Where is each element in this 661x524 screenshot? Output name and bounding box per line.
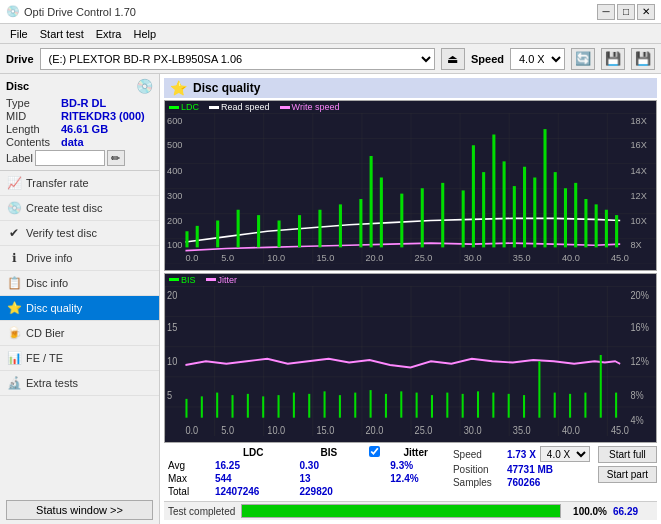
svg-rect-27 (257, 215, 260, 247)
nav-items: 📈 Transfer rate 💿 Create test disc ✔ Ver… (0, 171, 159, 396)
length-value: 46.61 GB (61, 123, 108, 135)
nav-transfer-rate-label: Transfer rate (26, 177, 89, 189)
svg-text:0.0: 0.0 (185, 424, 198, 436)
menu-extra[interactable]: Extra (90, 27, 128, 41)
left-panel: Disc 💿 Type BD-R DL MID RITEKDR3 (000) L… (0, 74, 160, 524)
svg-rect-43 (513, 186, 516, 247)
svg-rect-77 (231, 395, 233, 418)
burn-button[interactable]: 💾 (601, 48, 625, 70)
avg-row: Avg 16.25 0.30 9.3% (164, 459, 445, 472)
jitter-checkbox[interactable] (369, 446, 380, 457)
disc-contents-row: Contents data (6, 136, 153, 148)
stats-table: LDC BIS Jitter Avg 16.25 0.30 (164, 446, 445, 498)
disc-quality-icon: ⭐ (6, 300, 22, 316)
col-ldc: LDC (211, 446, 296, 459)
drive-select[interactable]: (E:) PLEXTOR BD-R PX-LB950SA 1.06 (40, 48, 435, 70)
nav-disc-quality[interactable]: ⭐ Disc quality (0, 296, 159, 321)
svg-rect-48 (564, 188, 567, 247)
minimize-button[interactable]: ─ (597, 4, 615, 20)
progress-extra: 66.29 (613, 506, 653, 517)
label-input[interactable] (35, 150, 105, 166)
button-section: Start full Start part (598, 446, 657, 498)
chart1-svg: 600 500 400 300 200 100 18X 16X 14X 12X … (165, 113, 656, 264)
svg-text:20.0: 20.0 (365, 424, 383, 436)
nav-extra-tests-label: Extra tests (26, 377, 78, 389)
svg-text:14X: 14X (630, 165, 647, 176)
maximize-button[interactable]: □ (617, 4, 635, 20)
extra-tests-icon: 🔬 (6, 375, 22, 391)
svg-rect-32 (359, 199, 362, 247)
menu-start-test[interactable]: Start test (34, 27, 90, 41)
menu-file[interactable]: File (4, 27, 34, 41)
chart1-legend: LDC Read speed Write speed (165, 101, 656, 113)
label-edit-button[interactable]: ✏ (107, 150, 125, 166)
svg-rect-101 (600, 354, 602, 417)
total-bis: 229820 (296, 485, 363, 498)
svg-rect-86 (370, 390, 372, 418)
nav-cd-bier[interactable]: 🍺 CD Bier (0, 321, 159, 346)
speed-select[interactable]: 4.0 X (510, 48, 565, 70)
speed-info-select[interactable]: 4.0 X (540, 446, 590, 462)
svg-rect-76 (216, 392, 218, 417)
close-button[interactable]: ✕ (637, 4, 655, 20)
nav-drive-info[interactable]: ℹ Drive info (0, 246, 159, 271)
start-full-button[interactable]: Start full (598, 446, 657, 463)
speed-info-value: 1.73 X (507, 449, 536, 460)
svg-rect-78 (247, 393, 249, 417)
nav-disc-quality-label: Disc quality (26, 302, 82, 314)
samples-value: 760266 (507, 477, 540, 488)
speed-row: Speed 1.73 X 4.0 X (453, 446, 590, 462)
svg-rect-88 (400, 391, 402, 417)
nav-transfer-rate[interactable]: 📈 Transfer rate (0, 171, 159, 196)
nav-verify-test[interactable]: ✔ Verify test disc (0, 221, 159, 246)
titlebar-controls: ─ □ ✕ (597, 4, 655, 20)
svg-rect-100 (584, 392, 586, 417)
svg-text:15.0: 15.0 (316, 252, 334, 263)
svg-rect-35 (400, 194, 403, 248)
eject-button[interactable]: ⏏ (441, 48, 465, 70)
length-label: Length (6, 123, 61, 135)
nav-disc-info[interactable]: 📋 Disc info (0, 271, 159, 296)
nav-create-test[interactable]: 💿 Create test disc (0, 196, 159, 221)
progress-pct: 100.0% (567, 506, 607, 517)
nav-drive-info-label: Drive info (26, 252, 72, 264)
save-button[interactable]: 💾 (631, 48, 655, 70)
nav-fe-te[interactable]: 📊 FE / TE (0, 346, 159, 371)
charts-area: LDC Read speed Write speed (164, 100, 657, 443)
start-part-button[interactable]: Start part (598, 466, 657, 483)
svg-rect-36 (421, 188, 424, 247)
svg-text:18X: 18X (630, 115, 647, 126)
svg-rect-47 (554, 172, 557, 247)
svg-text:500: 500 (167, 139, 182, 150)
svg-rect-31 (339, 204, 342, 247)
quality-header: ⭐ Disc quality (164, 78, 657, 98)
titlebar: 💿 Opti Drive Control 1.70 ─ □ ✕ (0, 0, 661, 24)
disc-header: Disc 💿 (6, 78, 153, 94)
main-layout: Disc 💿 Type BD-R DL MID RITEKDR3 (000) L… (0, 74, 661, 524)
svg-text:12X: 12X (630, 190, 647, 201)
progress-label: Test completed (168, 506, 235, 517)
create-test-icon: 💿 (6, 200, 22, 216)
quality-title: Disc quality (193, 81, 260, 95)
svg-rect-87 (385, 393, 387, 417)
svg-rect-75 (201, 396, 203, 417)
svg-rect-50 (584, 199, 587, 247)
status-window-button[interactable]: Status window >> (6, 500, 153, 520)
col-bis: BIS (296, 446, 363, 459)
col-jitter-check[interactable] (362, 446, 386, 459)
avg-label: Avg (164, 459, 211, 472)
svg-rect-52 (605, 210, 608, 248)
type-label: Type (6, 97, 61, 109)
svg-text:15: 15 (167, 321, 177, 333)
svg-rect-53 (615, 215, 618, 247)
svg-rect-28 (278, 221, 281, 248)
refresh-button[interactable]: 🔄 (571, 48, 595, 70)
svg-text:45.0: 45.0 (611, 424, 629, 436)
ldc-legend: LDC (169, 102, 199, 112)
menu-help[interactable]: Help (127, 27, 162, 41)
disc-icon[interactable]: 💿 (136, 78, 153, 94)
nav-extra-tests[interactable]: 🔬 Extra tests (0, 371, 159, 396)
svg-text:10.0: 10.0 (267, 424, 285, 436)
samples-label: Samples (453, 477, 503, 488)
fe-te-icon: 📊 (6, 350, 22, 366)
